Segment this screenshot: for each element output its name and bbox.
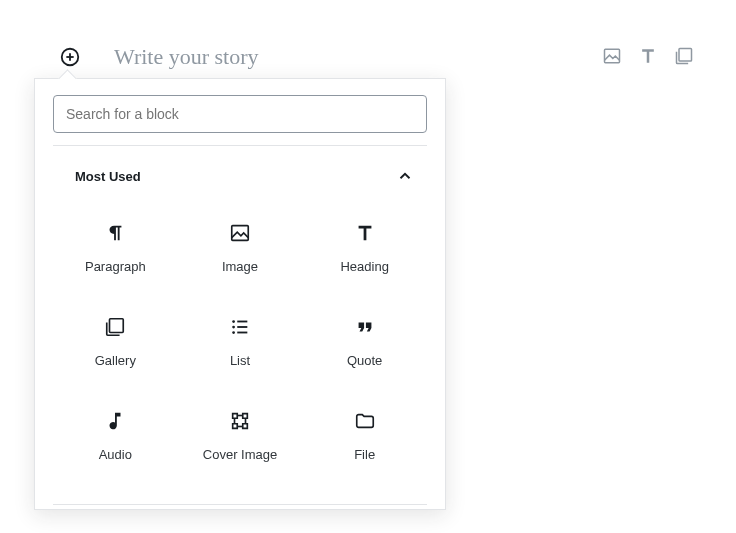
block-list-scroll[interactable]: Most Used Paragraph Image [35, 145, 445, 509]
paragraph-icon [103, 221, 127, 245]
add-block-button[interactable] [58, 45, 82, 69]
heading-shortcut-icon[interactable] [636, 44, 660, 68]
quote-icon [353, 315, 377, 339]
gallery-shortcut-icon[interactable] [672, 44, 696, 68]
search-wrap [35, 79, 445, 145]
block-label: Cover Image [203, 447, 277, 462]
file-icon [353, 409, 377, 433]
most-used-section-header[interactable]: Most Used [53, 156, 427, 200]
block-audio[interactable]: Audio [53, 388, 178, 482]
divider [53, 145, 427, 146]
chevron-up-icon [395, 166, 415, 186]
block-gallery[interactable]: Gallery [53, 294, 178, 388]
svg-rect-5 [232, 225, 249, 240]
cover-image-icon [228, 409, 252, 433]
block-paragraph[interactable]: Paragraph [53, 200, 178, 294]
image-icon [228, 221, 252, 245]
block-label: Audio [99, 447, 132, 462]
block-label: File [354, 447, 375, 462]
block-label: Gallery [95, 353, 136, 368]
svg-rect-8 [237, 320, 247, 322]
list-icon [228, 315, 252, 339]
svg-rect-12 [237, 331, 247, 333]
svg-rect-3 [605, 49, 620, 62]
block-quote[interactable]: Quote [302, 294, 427, 388]
block-heading[interactable]: Heading [302, 200, 427, 294]
block-search-input[interactable] [53, 95, 427, 133]
block-label: List [230, 353, 250, 368]
block-list[interactable]: List [178, 294, 303, 388]
editor-placeholder[interactable]: Write your story [114, 44, 259, 70]
block-label: Quote [347, 353, 382, 368]
block-inserter-popover: Most Used Paragraph Image [34, 78, 446, 510]
image-shortcut-icon[interactable] [600, 44, 624, 68]
svg-point-9 [232, 325, 235, 328]
gallery-icon [103, 315, 127, 339]
svg-point-11 [232, 331, 235, 334]
block-label: Image [222, 259, 258, 274]
svg-rect-10 [237, 326, 247, 328]
block-image[interactable]: Image [178, 200, 303, 294]
section-title: Most Used [75, 169, 141, 184]
block-file[interactable]: File [302, 388, 427, 482]
audio-icon [103, 409, 127, 433]
svg-point-7 [232, 320, 235, 323]
editor-row: Write your story [0, 0, 736, 70]
block-label: Heading [340, 259, 388, 274]
svg-rect-6 [110, 318, 124, 332]
heading-icon [353, 221, 377, 245]
block-grid: Paragraph Image Heading Gallery [53, 200, 427, 498]
block-label: Paragraph [85, 259, 146, 274]
svg-rect-4 [679, 49, 692, 62]
block-cover-image[interactable]: Cover Image [178, 388, 303, 482]
block-shortcuts-toolbar [600, 44, 696, 68]
